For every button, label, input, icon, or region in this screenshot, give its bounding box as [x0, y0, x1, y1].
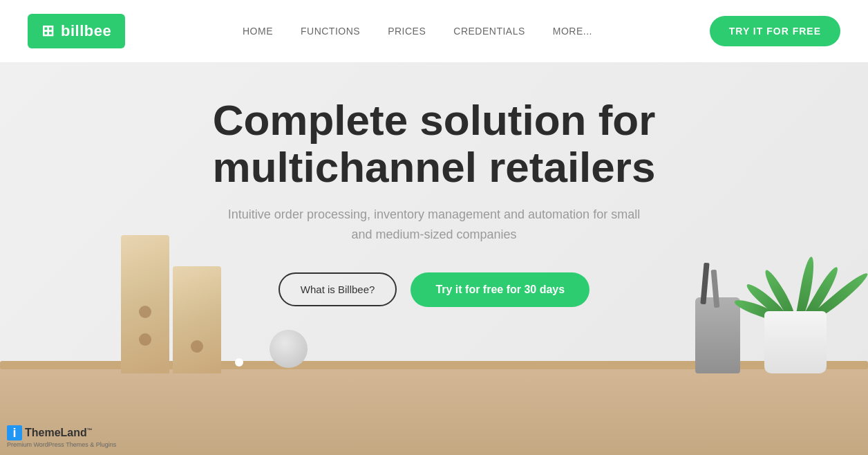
logo-text: billbee	[61, 22, 111, 40]
round-object-decoration	[270, 330, 308, 368]
hero-section: Complete solution for multichannel retai…	[0, 62, 868, 455]
logo[interactable]: ⊞ billbee	[28, 14, 125, 48]
nav-links: HOME FUNCTIONS PRICES CREDENTIALS MORE..…	[243, 25, 592, 37]
navbar: ⊞ billbee HOME FUNCTIONS PRICES CREDENTI…	[0, 0, 868, 62]
hero-subtitle: Intuitive order processing, inventory ma…	[220, 205, 648, 245]
hero-title-line2: multichannel retailers	[213, 143, 656, 191]
small-flower-decoration	[235, 358, 243, 366]
hero-title: Complete solution for multichannel retai…	[213, 97, 656, 191]
shelf-decoration	[0, 365, 868, 455]
plant-leaves-decoration	[744, 207, 847, 318]
nav-item-more[interactable]: MORE...	[553, 25, 592, 37]
watermark-icon: i	[7, 425, 22, 440]
nav-link-functions[interactable]: FUNCTIONS	[301, 26, 360, 37]
nav-link-credentials[interactable]: CREDENTIALS	[453, 26, 525, 37]
nav-item-prices[interactable]: PRICES	[388, 25, 426, 37]
nav-link-prices[interactable]: PRICES	[388, 26, 426, 37]
nav-link-more[interactable]: MORE...	[553, 26, 592, 37]
watermark-subtitle: Premium WordPress Themes & Plugins	[7, 441, 116, 448]
what-is-billbee-button[interactable]: What is Billbee?	[279, 272, 397, 306]
pencil-holder-decoration	[695, 297, 740, 373]
watermark-logo: i ThemeLand™	[7, 425, 93, 440]
wood-organizer-tall	[121, 235, 169, 373]
nav-item-functions[interactable]: FUNCTIONS	[301, 25, 360, 37]
watermark-brand: ThemeLand™	[25, 427, 93, 439]
try-it-free-button[interactable]: TRY IT FOR FREE	[710, 16, 840, 46]
plant-pot-decoration	[764, 311, 827, 373]
try-free-30-days-button[interactable]: Try it for free for 30 days	[411, 272, 589, 307]
nav-item-home[interactable]: HOME	[243, 25, 273, 37]
watermark: i ThemeLand™ Premium WordPress Themes & …	[7, 425, 116, 448]
hero-buttons: What is Billbee? Try it for free for 30 …	[213, 272, 656, 307]
logo-icon: ⊞	[41, 22, 54, 40]
hero-title-line1: Complete solution for	[213, 96, 656, 144]
nav-item-credentials[interactable]: CREDENTIALS	[453, 25, 525, 37]
nav-link-home[interactable]: HOME	[243, 26, 273, 37]
hero-content: Complete solution for multichannel retai…	[213, 97, 656, 307]
